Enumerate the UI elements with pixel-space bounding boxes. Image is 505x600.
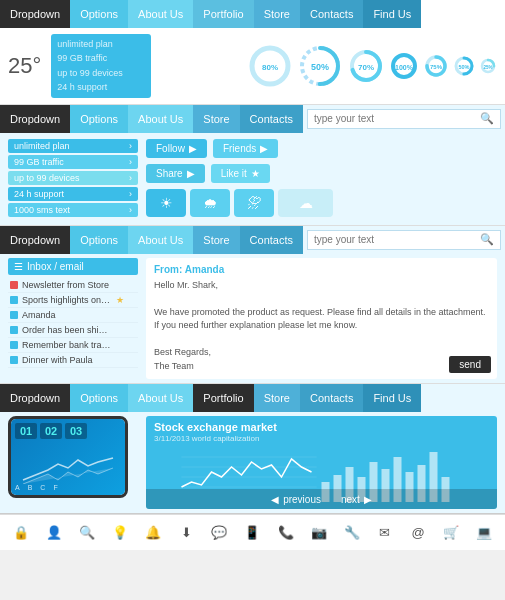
donut-7: 25% (479, 57, 497, 75)
nav3-dropdown[interactable]: Dropdown (0, 226, 70, 254)
icon-wrench[interactable]: 🔧 (343, 524, 361, 542)
section1-body: 25° unlimited plan 99 GB traffic up to 9… (0, 28, 505, 104)
nav-portfolio-1[interactable]: Portfolio (193, 0, 253, 28)
inbox-dot-1 (10, 281, 18, 289)
from-name: Amanda (185, 264, 224, 275)
email-from: From: Amanda (154, 264, 489, 275)
nav-bar-1: Dropdown Options About Us Portfolio Stor… (0, 0, 505, 28)
follow-icon: ▶ (189, 143, 197, 154)
svg-text:50%: 50% (311, 62, 329, 72)
nav4-findus[interactable]: Find Us (363, 384, 421, 412)
nav3-store[interactable]: Store (193, 226, 239, 254)
search-icon-3[interactable]: 🔍 (480, 233, 494, 246)
search-input-3[interactable] (314, 234, 476, 245)
nav-dropdown-1[interactable]: Dropdown (0, 0, 70, 28)
inbox-item-5[interactable]: Remember bank transfer (8, 338, 138, 353)
follow-button[interactable]: Follow ▶ (146, 139, 207, 158)
inbox-panel: ☰ Inbox / email Newsletter from Store Sp… (8, 258, 138, 380)
friends-button[interactable]: Friends ▶ (213, 139, 278, 158)
nav2-options[interactable]: Options (70, 105, 128, 133)
nav4-options[interactable]: Options (70, 384, 128, 412)
icon-cart[interactable]: 🛒 (442, 524, 460, 542)
icon-chat[interactable]: 💬 (210, 524, 228, 542)
btn-row-1: Follow ▶ Friends ▶ (146, 139, 497, 158)
donut-4: 100% (389, 51, 419, 81)
icon-lock[interactable]: 🔒 (12, 524, 30, 542)
section2-body: unlimited plan› 99 GB traffic› up to 99 … (0, 133, 505, 225)
rainy-icon-box: 🌧 (190, 189, 230, 217)
friends-icon: ▶ (260, 143, 268, 154)
inbox-text-4: Order has been shipped today! (22, 325, 112, 335)
icon-user[interactable]: 👤 (45, 524, 63, 542)
nav2-dropdown[interactable]: Dropdown (0, 105, 70, 133)
likeit-icon: ★ (251, 168, 260, 179)
prev-icon: ◀ (271, 494, 279, 505)
inbox-dot-4 (10, 326, 18, 334)
icon-bulb[interactable]: 💡 (111, 524, 129, 542)
search-icon-2[interactable]: 🔍 (480, 112, 494, 125)
inbox-item-4[interactable]: Order has been shipped today! (8, 323, 138, 338)
icon-search[interactable]: 🔍 (78, 524, 96, 542)
stock-nav-bottom: ◀ previous next ▶ (146, 489, 497, 509)
left-plan-panel: unlimited plan› 99 GB traffic› up to 99 … (8, 139, 138, 219)
right-buttons-panel: Follow ▶ Friends ▶ Share ▶ Like it ★ ☀ 🌧… (146, 139, 497, 219)
section3: Dropdown Options About Us Store Contacts… (0, 226, 505, 385)
weather-temp: 25° (8, 53, 41, 79)
icon-download[interactable]: ⬇ (177, 524, 195, 542)
nav4-dropdown[interactable]: Dropdown (0, 384, 70, 412)
icon-phone[interactable]: 📞 (277, 524, 295, 542)
inbox-item-1[interactable]: Newsletter from Store (8, 278, 138, 293)
nav-aboutus-1[interactable]: About Us (128, 0, 193, 28)
inbox-item-2[interactable]: Sports highlights on TV at 8:00 pm ★ (8, 293, 138, 308)
svg-text:50%: 50% (458, 64, 469, 70)
stock-sub: 3/11/2013 world capitalization (154, 434, 489, 443)
nav-options-1[interactable]: Options (70, 0, 128, 28)
likeit-button[interactable]: Like it ★ (211, 164, 270, 183)
nav2-store[interactable]: Store (193, 105, 239, 133)
nav-contacts-1[interactable]: Contacts (300, 0, 363, 28)
nav3-aboutus[interactable]: About Us (128, 226, 193, 254)
timer-3: 03 (65, 423, 87, 439)
send-button[interactable]: send (449, 356, 491, 373)
icon-tablet[interactable]: 💻 (475, 524, 493, 542)
nav-bar-3: Dropdown Options About Us Store Contacts… (0, 226, 505, 254)
icon-bell[interactable]: 🔔 (144, 524, 162, 542)
icon-camera[interactable]: 📷 (310, 524, 328, 542)
stock-panel: Stock exchange market 3/11/2013 world ca… (146, 416, 497, 509)
plan-unlimited: unlimited plan› (8, 139, 138, 153)
nav4-aboutus[interactable]: About Us (128, 384, 193, 412)
inbox-item-3[interactable]: Amanda (8, 308, 138, 323)
icon-web[interactable]: @ (409, 524, 427, 542)
weather-icons-row: ☀ 🌧 ⛈ ☁ (146, 189, 497, 217)
donut-2: 50% (297, 43, 343, 89)
nav2-aboutus[interactable]: About Us (128, 105, 193, 133)
charts-row: 80% 50% 70% (157, 43, 497, 89)
share-button[interactable]: Share ▶ (146, 164, 205, 183)
plan-support: 24 h support› (8, 187, 138, 201)
donut-3: 70% (347, 47, 385, 85)
next-button[interactable]: next ▶ (341, 494, 372, 505)
nav-store-1[interactable]: Store (254, 0, 300, 28)
nav4-store[interactable]: Store (254, 384, 300, 412)
nav3-contacts[interactable]: Contacts (240, 226, 303, 254)
nav4-portfolio[interactable]: Portfolio (193, 384, 253, 412)
inbox-dot-2 (10, 296, 18, 304)
nav4-contacts[interactable]: Contacts (300, 384, 363, 412)
icon-mobile[interactable]: 📱 (243, 524, 261, 542)
prev-button[interactable]: ◀ previous (271, 494, 321, 505)
inbox-dot-3 (10, 311, 18, 319)
section3-body: ☰ Inbox / email Newsletter from Store Sp… (0, 254, 505, 384)
nav3-options[interactable]: Options (70, 226, 128, 254)
search-input-2[interactable] (314, 113, 476, 124)
inbox-menu-icon: ☰ (14, 261, 23, 272)
nav-findus-1[interactable]: Find Us (363, 0, 421, 28)
inbox-header: ☰ Inbox / email (8, 258, 138, 275)
inbox-item-6[interactable]: Dinner with Paula (8, 353, 138, 368)
section4: Dropdown Options About Us Portfolio Stor… (0, 384, 505, 514)
search-bar-3: 🔍 (307, 230, 501, 250)
icon-email[interactable]: ✉ (376, 524, 394, 542)
support-label: 24 h support (57, 80, 107, 94)
nav-bar-4: Dropdown Options About Us Portfolio Stor… (0, 384, 505, 412)
nav2-contacts[interactable]: Contacts (240, 105, 303, 133)
tablet-chart-area (15, 441, 121, 484)
